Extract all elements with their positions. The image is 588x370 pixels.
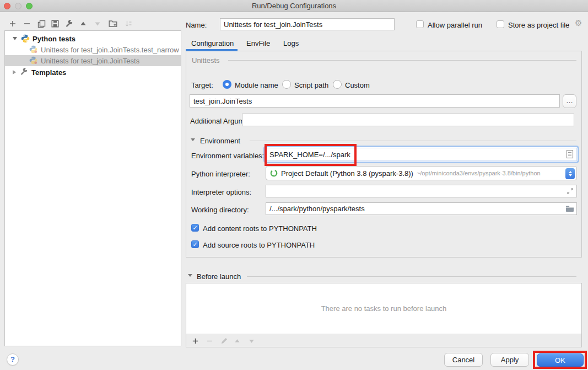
radio-custom[interactable] bbox=[333, 80, 342, 89]
minus-icon bbox=[206, 337, 213, 345]
new-folder-icon bbox=[109, 20, 117, 28]
before-launch-panel: There are no tasks to run before launch bbox=[186, 283, 582, 347]
plus-icon bbox=[192, 337, 199, 345]
paste-env-vars-icon[interactable] bbox=[566, 149, 574, 159]
arrow-up-icon bbox=[234, 338, 240, 344]
move-down-button bbox=[93, 19, 103, 29]
plus-icon bbox=[9, 20, 17, 28]
arrow-down-icon bbox=[94, 20, 101, 27]
store-as-project-file-label[interactable]: Store as project file bbox=[508, 21, 569, 29]
gear-icon[interactable]: ⚙ bbox=[575, 18, 582, 28]
before-launch-section-title[interactable]: Before launch bbox=[197, 272, 241, 281]
working-directory-input[interactable] bbox=[266, 202, 577, 215]
radio-script-path[interactable] bbox=[282, 80, 291, 89]
window-title: Run/Debug Configurations bbox=[0, 2, 588, 10]
active-tab-underline bbox=[186, 49, 238, 51]
browse-button[interactable]: … bbox=[563, 94, 576, 108]
interpreter-options-input[interactable] bbox=[266, 185, 577, 197]
ok-button[interactable]: OK bbox=[537, 353, 584, 367]
cancel-button[interactable]: Cancel bbox=[444, 353, 483, 367]
python-test-icon bbox=[29, 56, 38, 65]
save-icon bbox=[51, 20, 59, 28]
sort-configurations-button bbox=[123, 19, 133, 29]
minus-icon bbox=[23, 20, 31, 28]
group-divider bbox=[228, 60, 576, 61]
python-interpreter-path: ~/opt/miniconda3/envs/pyspark-3.8/bin/py… bbox=[417, 170, 541, 176]
additional-arguments-input[interactable] bbox=[242, 114, 574, 126]
environment-variables-input[interactable] bbox=[266, 148, 577, 161]
allow-parallel-run-label[interactable]: Allow parallel run bbox=[428, 21, 482, 29]
pencil-icon bbox=[220, 337, 228, 345]
tree-item-label: Unittests for test_join.JoinTests bbox=[41, 57, 139, 65]
python-test-icon bbox=[29, 45, 38, 54]
radio-custom-label[interactable]: Custom bbox=[345, 81, 370, 89]
conda-icon bbox=[270, 169, 278, 177]
help-button[interactable]: ? bbox=[7, 353, 19, 366]
tree-item-label: Templates bbox=[31, 68, 66, 77]
arrow-down-icon bbox=[249, 338, 255, 344]
radio-module-name[interactable] bbox=[223, 80, 231, 89]
before-launch-move-down-button bbox=[247, 336, 256, 345]
radio-module-name-label[interactable]: Module name bbox=[235, 81, 278, 89]
combo-stepper-icon[interactable] bbox=[565, 168, 575, 179]
name-input[interactable] bbox=[220, 18, 395, 30]
unittests-group-title: Unittests bbox=[192, 56, 220, 65]
wrench-icon bbox=[65, 20, 73, 28]
before-launch-add-button[interactable] bbox=[191, 336, 199, 345]
before-launch-task-list: There are no tasks to run before launch bbox=[186, 283, 581, 334]
before-launch-edit-button bbox=[219, 336, 228, 345]
folder-icon[interactable] bbox=[565, 205, 574, 212]
tree-item-unittest-narrow[interactable]: Unittests for test_join.JoinTests.test_n… bbox=[5, 44, 181, 55]
before-launch-collapse-icon[interactable] bbox=[188, 274, 192, 277]
tree-item-label: Python tests bbox=[33, 35, 75, 43]
edit-templates-button[interactable] bbox=[64, 19, 74, 29]
radio-script-path-label[interactable]: Script path bbox=[294, 81, 328, 89]
add-content-roots-checkbox[interactable]: ✓ bbox=[191, 224, 199, 232]
python-interpreter-label: Python interpreter: bbox=[191, 170, 250, 178]
tree-item-python-tests[interactable]: Python tests bbox=[5, 33, 181, 44]
group-divider bbox=[247, 276, 576, 277]
tab-configuration[interactable]: Configuration bbox=[191, 39, 234, 47]
tab-envfile[interactable]: EnvFile bbox=[246, 39, 270, 47]
before-launch-remove-button bbox=[205, 336, 214, 345]
environment-collapse-icon[interactable] bbox=[191, 138, 195, 141]
module-name-input[interactable] bbox=[190, 94, 560, 108]
title-bar: Run/Debug Configurations bbox=[0, 0, 588, 12]
python-tests-icon bbox=[21, 34, 30, 43]
allow-parallel-run-checkbox[interactable] bbox=[416, 20, 424, 28]
chevron-right-icon[interactable] bbox=[13, 70, 16, 74]
environment-variables-label: Environment variables: bbox=[191, 152, 264, 160]
tree-item-unittest-jointests[interactable]: Unittests for test_join.JoinTests bbox=[5, 55, 181, 66]
group-divider bbox=[250, 141, 576, 141]
chevron-down-icon[interactable] bbox=[13, 37, 17, 40]
add-content-roots-label[interactable]: Add content roots to PYTHONPATH bbox=[203, 224, 317, 233]
run-debug-configurations-dialog: Run/Debug Configurations Python tests bbox=[0, 0, 588, 370]
add-configuration-button[interactable] bbox=[8, 19, 18, 29]
save-configuration-button[interactable] bbox=[50, 19, 60, 29]
target-label: Target: bbox=[191, 81, 213, 89]
working-directory-label: Working directory: bbox=[191, 206, 249, 214]
before-launch-move-up-button bbox=[233, 336, 241, 345]
apply-button[interactable]: Apply bbox=[490, 353, 529, 367]
tree-item-templates[interactable]: Templates bbox=[5, 67, 181, 78]
arrow-up-icon bbox=[80, 20, 87, 27]
store-as-project-file-checkbox[interactable] bbox=[497, 20, 504, 28]
copy-icon bbox=[37, 20, 46, 28]
environment-section-title[interactable]: Environment bbox=[200, 137, 240, 145]
tab-logs[interactable]: Logs bbox=[283, 39, 299, 47]
python-interpreter-value: Project Default (Python 3.8 (pyspark-3.8… bbox=[281, 169, 413, 178]
templates-wrench-icon bbox=[20, 68, 29, 77]
add-source-roots-checkbox[interactable]: ✓ bbox=[191, 240, 199, 248]
move-up-button[interactable] bbox=[78, 19, 88, 29]
add-source-roots-label[interactable]: Add source roots to PYTHONPATH bbox=[203, 241, 315, 249]
name-label: Name: bbox=[186, 21, 207, 29]
sort-az-icon bbox=[125, 20, 132, 28]
remove-configuration-button[interactable] bbox=[22, 19, 32, 29]
python-interpreter-select[interactable]: Project Default (Python 3.8 (pyspark-3.8… bbox=[266, 166, 577, 180]
configurations-tree: Python tests Unittests for test_join.Joi… bbox=[4, 30, 181, 346]
tree-item-label: Unittests for test_join.JoinTests.test_n… bbox=[41, 46, 179, 54]
copy-configuration-button[interactable] bbox=[36, 19, 46, 29]
create-folder-button[interactable] bbox=[108, 19, 118, 29]
expand-field-icon[interactable] bbox=[567, 187, 574, 195]
before-launch-empty-message: There are no tasks to run before launch bbox=[321, 304, 447, 313]
